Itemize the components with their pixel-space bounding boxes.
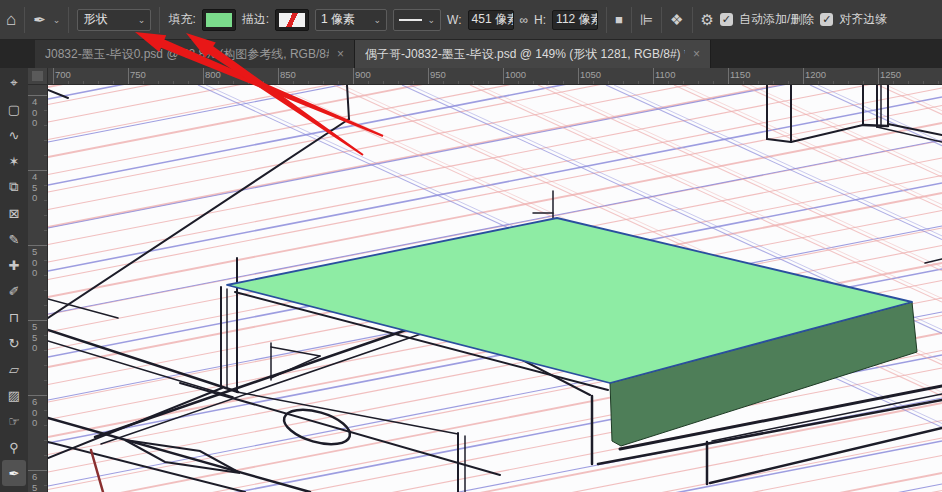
- marquee-tool-icon[interactable]: ▢: [2, 96, 26, 122]
- hruler-number: 1000: [505, 69, 526, 80]
- separator: [159, 7, 160, 33]
- dodge-tool-icon[interactable]: ⚲: [2, 434, 26, 460]
- fill-color: [206, 13, 232, 27]
- hruler-number: 1200: [805, 69, 826, 80]
- auto-add-delete-checkbox[interactable]: ✓: [720, 13, 733, 26]
- stroke-width-value: 1 像素: [321, 11, 355, 28]
- align-edges-label: 对齐边缘: [839, 11, 887, 28]
- home-icon[interactable]: ⌂: [6, 11, 16, 28]
- healing-tool-icon[interactable]: ✚: [2, 252, 26, 278]
- path-alignment-icon[interactable]: ⊫: [640, 12, 653, 27]
- lasso-tool-icon[interactable]: ∿: [2, 122, 26, 148]
- ruler-corner[interactable]: [28, 68, 48, 85]
- path-arrangement-icon[interactable]: ❖: [670, 12, 683, 27]
- document-canvas[interactable]: [48, 85, 942, 492]
- tool-options-bar: ⌂ ✒ ⌄ 形状 ⌄ 填充: 描边: 1 像素 ⌄ ⌄ W: 451 像素 ∞ …: [0, 0, 942, 40]
- width-input[interactable]: 451 像素: [468, 10, 514, 30]
- separator: [661, 7, 662, 33]
- document-tab-2-title: 偶子哥-J0832-墨玉-毕设.psd @ 149% (形状 1281, RGB…: [365, 46, 685, 63]
- align-edges-checkbox[interactable]: ✓: [820, 13, 833, 26]
- chevron-down-icon[interactable]: ⌄: [53, 15, 61, 25]
- stroke-label: 描边:: [242, 11, 269, 28]
- separator: [692, 7, 693, 33]
- eraser-tool-icon[interactable]: ▱: [2, 356, 26, 382]
- width-label: W:: [447, 13, 461, 27]
- stroke-width-dropdown[interactable]: 1 像素 ⌄: [315, 9, 387, 31]
- chevron-down-icon: ⌄: [374, 15, 382, 25]
- hruler-number: 1050: [580, 69, 601, 80]
- type-tool-icon[interactable]: T: [2, 486, 26, 492]
- auto-add-delete-label: 自动添加/删除: [739, 11, 814, 28]
- gradient-tool-icon[interactable]: ▨: [2, 382, 26, 408]
- document-tab-2[interactable]: 偶子哥-J0832-墨玉-毕设.psd @ 149% (形状 1281, RGB…: [355, 40, 711, 68]
- canvas-drawing: [48, 85, 942, 492]
- hruler-number: 850: [280, 69, 296, 80]
- hruler-number: 700: [55, 69, 71, 80]
- stroke-none-icon: [279, 13, 305, 27]
- stroke-style-dropdown[interactable]: ⌄: [393, 9, 441, 31]
- smudge-tool-icon[interactable]: ☞: [2, 408, 26, 434]
- tool-mode-dropdown[interactable]: 形状 ⌄: [77, 9, 151, 31]
- gear-icon[interactable]: ⚙: [701, 12, 714, 27]
- crop-tool-icon[interactable]: ⧉: [2, 174, 26, 200]
- photoshop-window: ⌂ ✒ ⌄ 形状 ⌄ 填充: 描边: 1 像素 ⌄ ⌄ W: 451 像素 ∞ …: [0, 0, 942, 492]
- stroke-style-sample: [399, 19, 421, 21]
- fill-swatch[interactable]: [202, 9, 236, 31]
- history-brush-tool-icon[interactable]: ↻: [2, 330, 26, 356]
- hruler-number: 1100: [655, 69, 675, 80]
- hruler-number: 800: [205, 69, 221, 80]
- magic-wand-tool-icon[interactable]: ✶: [2, 148, 26, 174]
- document-tab-bar: J0832-墨玉-毕设0.psd @ 42.8% (构图参考线, RGB/8#)…: [0, 40, 942, 68]
- height-label: H:: [534, 13, 546, 27]
- document-tab-1[interactable]: J0832-墨玉-毕设0.psd @ 42.8% (构图参考线, RGB/8#)…: [35, 40, 355, 68]
- brush-tool-icon[interactable]: ✐: [2, 278, 26, 304]
- chevron-down-icon: ⌄: [428, 15, 436, 25]
- path-operations-icon[interactable]: ■: [615, 13, 623, 26]
- separator: [24, 7, 25, 33]
- separator: [631, 7, 632, 33]
- hruler-number: 950: [430, 69, 446, 80]
- separator: [606, 7, 607, 33]
- tab-bar-spacer: [0, 40, 35, 68]
- close-icon[interactable]: ×: [337, 47, 344, 61]
- pen-tool-icon[interactable]: ✒: [33, 12, 46, 27]
- separator: [68, 7, 69, 33]
- document-tab-1-title: J0832-墨玉-毕设0.psd @ 42.8% (构图参考线, RGB/8#)…: [45, 46, 329, 63]
- hruler-number: 1250: [880, 69, 901, 80]
- toolbox: ⌖▢∿✶⧉⊠✎✚✐⊓↻▱▨☞⚲✒T: [0, 68, 28, 492]
- vruler-number: 6 0 0: [32, 397, 37, 429]
- fill-label: 填充:: [168, 11, 195, 28]
- vruler-number: 4 5 0: [32, 172, 37, 204]
- stroke-swatch[interactable]: [275, 9, 309, 31]
- hruler-number: 1150: [730, 69, 750, 80]
- chevron-down-icon: ⌄: [138, 15, 146, 25]
- link-dimensions-icon[interactable]: ∞: [520, 14, 529, 26]
- horizontal-ruler[interactable]: 7007508008509009501000105011001150120012…: [48, 68, 942, 85]
- hruler-number: 900: [355, 69, 371, 80]
- clone-stamp-tool-icon[interactable]: ⊓: [2, 304, 26, 330]
- vertical-ruler[interactable]: 4 0 04 5 05 0 05 5 06 0 06 5 0: [28, 85, 48, 492]
- pen-tool-icon[interactable]: ✒: [2, 460, 26, 486]
- vruler-number: 4 0 0: [32, 97, 37, 129]
- hruler-number: 750: [130, 69, 146, 80]
- height-input[interactable]: 112 像素: [552, 10, 598, 30]
- vruler-number: 6 5 0: [32, 472, 37, 492]
- close-icon[interactable]: ×: [693, 47, 700, 61]
- vruler-number: 5 5 0: [32, 322, 37, 354]
- eyedropper-tool-icon[interactable]: ✎: [2, 226, 26, 252]
- move-tool-icon[interactable]: ⌖: [2, 70, 26, 96]
- tool-mode-value: 形状: [83, 11, 107, 28]
- frame-tool-icon[interactable]: ⊠: [2, 200, 26, 226]
- vruler-number: 5 0 0: [32, 247, 37, 279]
